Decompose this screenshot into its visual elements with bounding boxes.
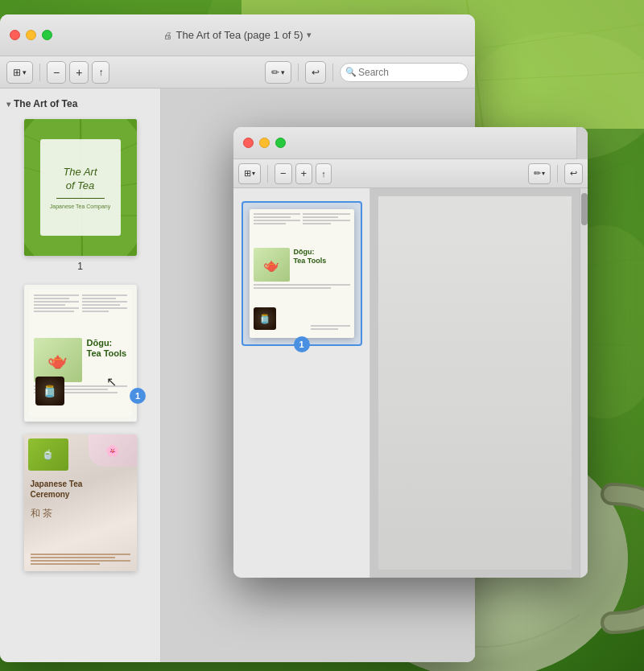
secondary-annotate-icon: ✏ [534, 168, 541, 179]
zoom-in-button[interactable]: + [69, 61, 89, 84]
secondary-titlebar [233, 127, 588, 159]
secondary-body: 🫖 Dōgu: Tea Tools 🫙 1 [233, 188, 588, 578]
secondary-share[interactable]: ↑ [316, 163, 332, 184]
annotate-chevron-icon: ▾ [281, 68, 285, 76]
sidebar-section-header: ▾ The Art of Tea [0, 95, 160, 113]
separator-1 [39, 64, 40, 81]
rotate-button[interactable]: ↩ [305, 61, 326, 84]
thumbnail-image-2: 🫖 Dōgu:Tea Tools 🫙 [24, 285, 137, 422]
cursor-icon: ↖ [106, 374, 117, 389]
secondary-sidebar: 🫖 Dōgu: Tea Tools 🫙 1 [233, 188, 370, 578]
annotate-icon: ✏ [271, 67, 279, 78]
title-chevron-icon[interactable]: ▾ [307, 30, 312, 40]
thumbnail-item-1[interactable]: The Artof Tea Japanese Tea Company 1 [0, 113, 160, 278]
search-wrapper: 🔍 [340, 63, 469, 82]
window-title: 🖨 The Art of Tea (page 1 of 5) ▾ [163, 29, 311, 41]
secondary-maximize-button[interactable] [275, 138, 286, 148]
section-chevron-icon[interactable]: ▾ [6, 100, 10, 109]
zoom-in-icon: + [76, 66, 82, 79]
separator-2 [298, 64, 299, 81]
maximize-button[interactable] [42, 30, 52, 40]
section-title: The Art of Tea [14, 98, 77, 109]
secondary-content-area [370, 188, 580, 578]
main-toolbar: ⊞ ▾ − + ↑ ✏ ▾ ↩ 🔍 [0, 56, 475, 89]
secondary-thumbnail-image: 🫖 Dōgu: Tea Tools 🫙 [250, 209, 354, 338]
thumbnail-image-3: 🌸 🍵 Japanese TeaCeremony 和 茶 [24, 434, 137, 571]
main-titlebar: 🖨 The Art of Tea (page 1 of 5) ▾ [0, 14, 475, 56]
thumbnail-image-1: The Artof Tea Japanese Tea Company [24, 119, 137, 256]
secondary-badge: 1 [294, 336, 310, 352]
thumb1-subtitle: Japanese Tea Company [50, 204, 110, 209]
sidebar: ▾ The Art of Tea [0, 89, 161, 662]
close-button[interactable] [10, 30, 20, 40]
secondary-separator-2 [557, 165, 558, 183]
annotate-button[interactable]: ✏ ▾ [265, 61, 291, 84]
secondary-separator-1 [267, 165, 268, 183]
sidebar-toggle-button[interactable]: ⊞ ▾ [6, 61, 33, 84]
secondary-toolbar: ⊞ ▾ − + ↑ ✏ ▾ ↩ [233, 159, 588, 188]
thumb3-kanji: 和 茶 [31, 507, 52, 521]
minimize-button[interactable] [26, 30, 36, 40]
secondary-traffic-lights [243, 138, 286, 148]
secondary-sidebar-toggle[interactable]: ⊞ ▾ [238, 163, 261, 184]
secondary-thumbnail-selected[interactable]: 🫖 Dōgu: Tea Tools 🫙 1 [242, 201, 362, 346]
search-icon: 🔍 [345, 67, 357, 77]
thumb3-title: Japanese TeaCeremony [31, 479, 83, 500]
search-input[interactable] [340, 63, 469, 82]
scrollbar-thumb[interactable] [581, 193, 588, 225]
thumb2-background: 🫖 Dōgu:Tea Tools 🫙 [24, 285, 137, 422]
sidebar-toggle-icon: ⊞ [13, 67, 21, 78]
secondary-zoom-in-icon: + [301, 167, 308, 179]
window-title-text: The Art of Tea (page 1 of 5) [175, 29, 303, 41]
secondary-sidebar-chevron: ▾ [252, 170, 255, 177]
share-icon: ↑ [98, 67, 103, 78]
secondary-preview-window: ⊞ ▾ − + ↑ ✏ ▾ ↩ [233, 127, 588, 578]
secondary-minimize-button[interactable] [259, 138, 270, 148]
secondary-zoom-out-icon: − [280, 167, 287, 179]
secondary-share-icon: ↑ [321, 169, 326, 179]
thumbnail-badge-2: 1 [130, 388, 146, 404]
thumbnail-item-2[interactable]: 🫖 Dōgu:Tea Tools 🫙 [0, 278, 160, 428]
separator-3 [332, 64, 333, 81]
zoom-out-button[interactable]: − [47, 61, 66, 84]
traffic-lights [10, 30, 52, 40]
secondary-annotate-chevron: ▾ [542, 170, 545, 177]
secondary-annotate[interactable]: ✏ ▾ [528, 163, 551, 184]
thumb1-title: The Artof Tea [63, 166, 97, 193]
secondary-zoom-out[interactable]: − [275, 163, 292, 184]
secondary-close-button[interactable] [243, 138, 254, 148]
thumbnail-item-3[interactable]: 🌸 🍵 Japanese TeaCeremony 和 茶 [0, 428, 160, 578]
share-button[interactable]: ↑ [92, 61, 109, 84]
rotate-icon: ↩ [312, 67, 320, 78]
sidebar-chevron-icon: ▾ [23, 68, 27, 76]
secondary-zoom-in[interactable]: + [295, 163, 313, 184]
secondary-rotate-icon: ↩ [570, 168, 577, 179]
thumb1-background: The Artof Tea Japanese Tea Company [24, 119, 137, 256]
secondary-scrollbar[interactable] [580, 188, 588, 578]
thumbnail-label-1: 1 [77, 261, 83, 272]
zoom-out-icon: − [53, 66, 60, 79]
secondary-rotate[interactable]: ↩ [564, 163, 583, 184]
secondary-sidebar-icon: ⊞ [244, 168, 251, 179]
document-icon: 🖨 [163, 31, 172, 40]
